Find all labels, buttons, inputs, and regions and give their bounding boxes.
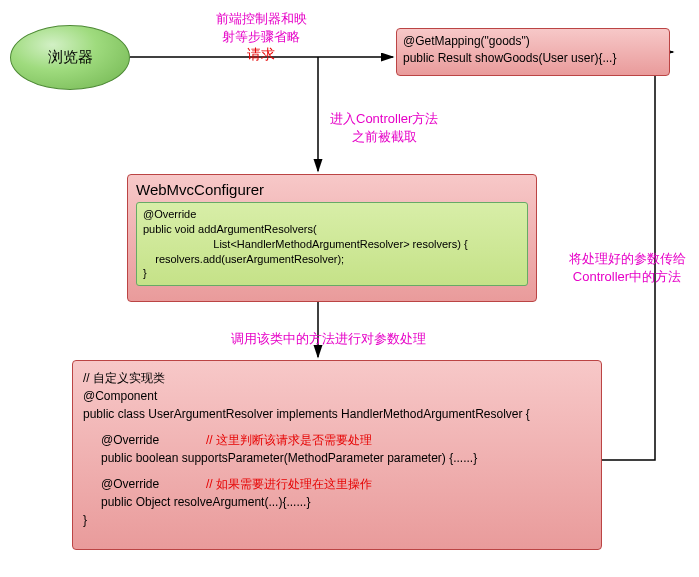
- configurer-node: WebMvcConfigurer @Override public void a…: [127, 174, 537, 302]
- intercept-label: 进入Controller方法 之前被截取: [330, 110, 490, 146]
- resolver-node: // 自定义实现类 @Component public class UserAr…: [72, 360, 602, 550]
- controller-line1: @GetMapping("goods"): [403, 33, 663, 50]
- pass-label: 将处理好的参数传给 Controller中的方法: [552, 250, 699, 286]
- browser-label: 浏览器: [48, 48, 93, 67]
- top-label-line2: 射等步骤省略: [186, 28, 336, 46]
- browser-node: 浏览器: [10, 25, 130, 90]
- configurer-code: @Override public void addArgumentResolve…: [136, 202, 528, 286]
- resolver-method-a: public boolean supportsParameter(MethodP…: [83, 449, 591, 467]
- top-label-line3: 请求: [186, 46, 336, 64]
- intercept-line2: 之前被截取: [330, 128, 490, 146]
- top-request-label: 前端控制器和映 射等步骤省略 请求: [186, 10, 336, 64]
- resolver-override-a: @Override: [101, 433, 159, 447]
- resolver-close: }: [83, 511, 591, 529]
- resolver-note-b: // 如果需要进行处理在这里操作: [206, 477, 372, 491]
- intercept-line1: 进入Controller方法: [330, 110, 490, 128]
- controller-node: @GetMapping("goods") public Result showG…: [396, 28, 670, 76]
- configurer-title: WebMvcConfigurer: [136, 181, 528, 198]
- controller-line2: public Result showGoods(User user){...}: [403, 50, 663, 67]
- call-label: 调用该类中的方法进行对参数处理: [208, 330, 448, 348]
- resolver-annotation: @Component: [83, 387, 591, 405]
- resolver-note-a: // 这里判断该请求是否需要处理: [206, 433, 372, 447]
- resolver-comment1: // 自定义实现类: [83, 369, 591, 387]
- resolver-classdecl: public class UserArgumentResolver implem…: [83, 405, 591, 423]
- top-label-line1: 前端控制器和映: [186, 10, 336, 28]
- pass-line1: 将处理好的参数传给: [552, 250, 699, 268]
- resolver-method-b: public Object resolveArgument(...){.....…: [83, 493, 591, 511]
- pass-line2: Controller中的方法: [552, 268, 699, 286]
- resolver-override-b: @Override: [101, 477, 159, 491]
